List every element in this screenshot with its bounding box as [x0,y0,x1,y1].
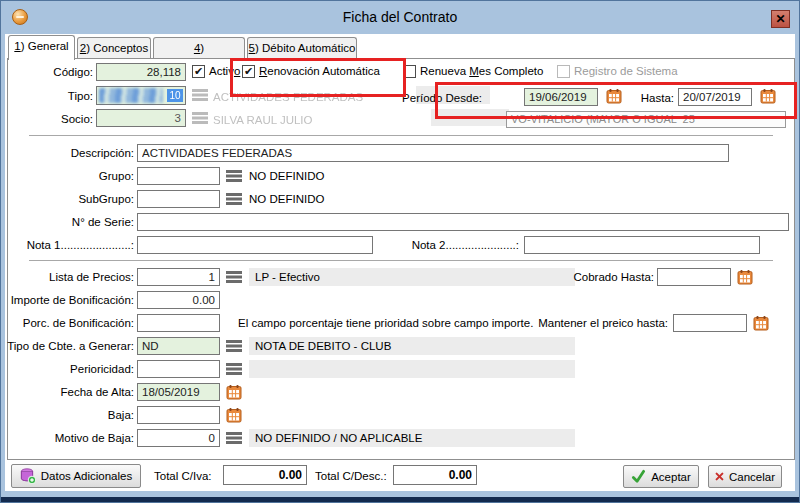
socio-label: Socio: [21,110,93,128]
lista-precios-description: LP - Efectivo [249,268,575,286]
redaction-scribble [99,88,163,103]
lista-precios-input[interactable] [137,268,220,286]
serie-input[interactable] [137,213,789,231]
descripcion-label: Descripción: [6,144,134,162]
serie-label: N° de Serie: [6,213,134,231]
lista-precios-lookup-icon[interactable] [226,270,242,285]
window-bottom-edge [1,497,799,502]
database-add-icon [20,468,36,484]
porc-bonificacion-label: Porc. de Bonificación: [6,314,134,332]
fecha-alta-calendar-icon[interactable] [226,384,242,399]
fecha-alta-input[interactable] [137,383,220,401]
tipo-lookup-icon[interactable] [192,88,208,103]
tipo-redacted-value: 10 [167,89,183,102]
tab-conceptos[interactable]: 2) Conceptos [77,37,151,59]
periodo-desde-label: Período Desde: [370,89,482,107]
renueva-mes-checkbox[interactable] [403,65,416,78]
title-bar: Ficha del Contrato ✕ [1,1,799,34]
renueva-mes-label: Renueva Mes Completo [420,64,543,80]
activo-checkbox[interactable]: ✔ [192,65,205,78]
cobrado-hasta-calendar-icon[interactable] [737,269,753,284]
nota1-label: Nota 1......................: [6,236,134,254]
separator [29,260,773,262]
fecha-alta-label: Fecha de Alta: [6,383,134,401]
red-x-icon [715,470,724,483]
mantener-precio-calendar-icon[interactable] [753,315,769,330]
registro-sistema-checkbox [557,65,570,78]
cobrado-hasta-input[interactable] [657,268,731,286]
grupo-description: NO DEFINIDO [249,167,324,185]
socio-readonly-bar [431,109,509,126]
mantener-precio-input[interactable] [673,314,747,332]
total-iva-input[interactable] [223,465,307,485]
perioricidad-lookup-icon[interactable] [226,362,242,377]
dialog-client-area: 1) General 2) Conceptos 4) Observaciones… [5,34,795,491]
grupo-label: Grupo: [6,167,134,185]
socio-lookup-icon[interactable] [192,111,208,126]
descripcion-input[interactable] [137,144,729,162]
codigo-input[interactable] [96,63,186,81]
tipo-cbte-input[interactable] [137,337,220,355]
motivo-baja-description: NO DEFINIDO / NO APLICABLE [249,429,575,447]
total-desc-label: Total C/Desc.: [315,467,387,485]
close-button[interactable]: ✕ [771,10,790,28]
total-desc-input[interactable] [393,465,477,485]
datos-adicionales-button[interactable]: Datos Adicionales [11,464,141,488]
importe-bonificacion-label: Importe de Bonificación: [6,291,134,309]
nota2-input[interactable] [524,236,760,254]
tipo-cbte-lookup-icon[interactable] [226,339,242,354]
tipo-cbte-label: Tipo de Cbte. a Generar: [6,337,134,355]
tipo-label: Tipo: [21,87,93,105]
renovacion-automatica-label: Renovación Automática [259,64,380,80]
green-check-icon [631,469,646,484]
renovacion-automatica-checkbox[interactable]: ✔ [242,65,255,78]
baja-input[interactable] [137,406,220,424]
motivo-baja-lookup-icon[interactable] [226,431,242,446]
window-title: Ficha del Contrato [1,9,799,25]
hasta-label: Hasta: [598,89,674,107]
mantener-precio-label: Mantener el preico hasta: [526,314,668,332]
hasta-input[interactable] [678,88,752,106]
importe-bonificacion-input[interactable] [137,291,220,309]
codigo-label: Código: [21,63,93,81]
nota2-label: Nota 2......................: [397,236,519,254]
periodo-desde-input[interactable] [524,88,598,106]
aceptar-button[interactable]: Aceptar [623,465,699,488]
subgrupo-lookup-icon[interactable] [226,192,242,207]
motivo-baja-input[interactable] [137,429,220,447]
subgrupo-label: SubGrupo: [6,190,134,208]
separator [29,135,773,137]
porc-bonificacion-input[interactable] [137,314,220,332]
baja-calendar-icon[interactable] [226,407,242,422]
tab-general[interactable]: 1) General [8,35,75,60]
registro-sistema-label: Registro de Sistema [574,64,678,80]
socio-categoria-box: VO-VITALICIO (MAYOR O IGUAL 25 [506,111,786,128]
total-iva-label: Total C/Iva: [154,467,212,485]
perioricidad-label: Perioricidad: [6,360,134,378]
cobrado-hasta-label: Cobrado Hasta: [571,268,654,286]
cancelar-button[interactable]: Cancelar [708,465,782,488]
tab-observaciones[interactable]: 4) Observaciones [153,37,245,59]
nota1-input[interactable] [137,236,373,254]
baja-label: Baja: [6,406,134,424]
perioricidad-readonly-bar [249,360,575,378]
lista-precios-label: Lista de Precios: [6,268,134,286]
hasta-calendar-icon[interactable] [760,88,776,103]
tipo-input[interactable]: 10 [96,86,186,105]
grupo-input[interactable] [137,167,220,185]
tipo-cbte-description: NOTA DE DEBITO - CLUB [249,337,575,355]
socio-description: SILVA RAUL JULIO [213,111,313,129]
tipo-description: ACTIVIDADES FEDERADAS [213,88,363,106]
tab-debito-automatico[interactable]: 5) Débito Automático [247,37,357,59]
subgrupo-description: NO DEFINIDO [249,190,324,208]
motivo-baja-label: Motivo de Baja: [6,429,134,447]
subgrupo-input[interactable] [137,190,220,208]
grupo-lookup-icon[interactable] [226,169,242,184]
perioricidad-input[interactable] [137,360,220,378]
dialog-window: Ficha del Contrato ✕ 1) General 2) Conce… [0,0,800,503]
socio-input[interactable] [96,109,186,127]
activo-label: Activo [209,64,240,80]
porcentaje-note: El campo porcentaje tiene prioridad sobr… [238,314,533,332]
